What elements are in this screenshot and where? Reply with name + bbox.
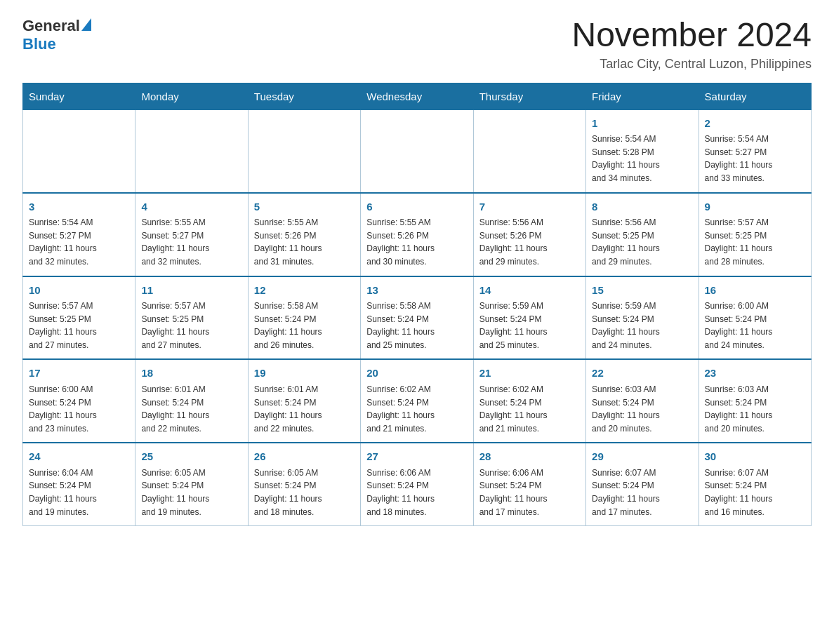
day-number: 9	[705, 199, 805, 215]
day-info: Sunrise: 5:59 AMSunset: 5:24 PMDaylight:…	[479, 300, 580, 351]
calendar-cell: 11Sunrise: 5:57 AMSunset: 5:25 PMDayligh…	[135, 276, 248, 360]
day-info: Sunrise: 6:05 AMSunset: 5:24 PMDaylight:…	[141, 467, 241, 518]
calendar-cell: 4Sunrise: 5:55 AMSunset: 5:27 PMDaylight…	[135, 193, 248, 276]
day-number: 7	[479, 199, 580, 215]
calendar-week-row: 10Sunrise: 5:57 AMSunset: 5:25 PMDayligh…	[23, 276, 812, 360]
calendar-cell: 27Sunrise: 6:06 AMSunset: 5:24 PMDayligh…	[361, 443, 473, 525]
logo: General Blue	[22, 17, 91, 53]
calendar-cell: 13Sunrise: 5:58 AMSunset: 5:24 PMDayligh…	[361, 276, 473, 360]
day-number: 12	[254, 283, 355, 299]
day-info: Sunrise: 6:00 AMSunset: 5:24 PMDaylight:…	[705, 300, 805, 351]
day-number: 18	[141, 365, 241, 382]
day-number: 11	[141, 283, 241, 299]
day-info: Sunrise: 6:07 AMSunset: 5:24 PMDaylight:…	[592, 467, 692, 518]
day-number: 13	[366, 283, 467, 299]
day-number: 24	[29, 449, 129, 465]
calendar-cell: 6Sunrise: 5:55 AMSunset: 5:26 PMDaylight…	[361, 193, 473, 276]
day-info: Sunrise: 5:56 AMSunset: 5:25 PMDaylight:…	[592, 216, 692, 268]
day-info: Sunrise: 5:54 AMSunset: 5:28 PMDaylight:…	[592, 133, 692, 185]
calendar-cell: 23Sunrise: 6:03 AMSunset: 5:24 PMDayligh…	[699, 359, 811, 443]
calendar-cell: 30Sunrise: 6:07 AMSunset: 5:24 PMDayligh…	[699, 443, 811, 525]
day-number: 14	[479, 283, 580, 299]
day-info: Sunrise: 6:01 AMSunset: 5:24 PMDaylight:…	[254, 383, 355, 435]
day-number: 27	[366, 449, 467, 465]
calendar-cell: 29Sunrise: 6:07 AMSunset: 5:24 PMDayligh…	[586, 443, 699, 525]
day-number: 8	[592, 199, 692, 215]
day-number: 4	[141, 199, 241, 215]
day-number: 19	[254, 365, 355, 382]
calendar-cell: 20Sunrise: 6:02 AMSunset: 5:24 PMDayligh…	[361, 359, 473, 443]
day-number: 22	[592, 365, 692, 382]
calendar-cell: 22Sunrise: 6:03 AMSunset: 5:24 PMDayligh…	[586, 359, 699, 443]
day-info: Sunrise: 5:54 AMSunset: 5:27 PMDaylight:…	[705, 133, 805, 185]
day-number: 17	[29, 365, 129, 382]
day-info: Sunrise: 5:57 AMSunset: 5:25 PMDaylight:…	[705, 216, 805, 268]
day-number: 15	[592, 283, 692, 299]
location-subtitle: Tarlac City, Central Luzon, Philippines	[571, 57, 812, 72]
calendar-week-row: 17Sunrise: 6:00 AMSunset: 5:24 PMDayligh…	[23, 359, 812, 443]
calendar-cell: 9Sunrise: 5:57 AMSunset: 5:25 PMDaylight…	[699, 193, 811, 276]
day-of-week-header: Wednesday	[361, 83, 473, 109]
day-number: 29	[592, 449, 692, 465]
day-number: 25	[141, 449, 241, 465]
calendar-cell: 18Sunrise: 6:01 AMSunset: 5:24 PMDayligh…	[135, 359, 248, 443]
day-info: Sunrise: 6:03 AMSunset: 5:24 PMDaylight:…	[592, 383, 692, 435]
day-of-week-header: Friday	[586, 83, 699, 109]
day-number: 6	[366, 199, 467, 215]
calendar-header-row: SundayMondayTuesdayWednesdayThursdayFrid…	[23, 83, 812, 109]
day-info: Sunrise: 6:02 AMSunset: 5:24 PMDaylight:…	[366, 383, 467, 435]
day-info: Sunrise: 5:57 AMSunset: 5:25 PMDaylight:…	[29, 300, 129, 351]
calendar-cell: 8Sunrise: 5:56 AMSunset: 5:25 PMDaylight…	[586, 193, 699, 276]
day-number: 30	[705, 449, 805, 465]
month-year-title: November 2024	[571, 17, 812, 54]
day-info: Sunrise: 6:02 AMSunset: 5:24 PMDaylight:…	[479, 383, 580, 435]
calendar-cell	[248, 109, 360, 192]
day-number: 1	[592, 116, 692, 132]
day-info: Sunrise: 5:58 AMSunset: 5:24 PMDaylight:…	[254, 300, 355, 351]
calendar-table: SundayMondayTuesdayWednesdayThursdayFrid…	[22, 83, 812, 526]
calendar-cell: 5Sunrise: 5:55 AMSunset: 5:26 PMDaylight…	[248, 193, 360, 276]
day-info: Sunrise: 6:03 AMSunset: 5:24 PMDaylight:…	[705, 383, 805, 435]
calendar-cell	[135, 109, 248, 192]
calendar-cell: 12Sunrise: 5:58 AMSunset: 5:24 PMDayligh…	[248, 276, 360, 360]
day-of-week-header: Sunday	[23, 83, 135, 109]
day-info: Sunrise: 6:01 AMSunset: 5:24 PMDaylight:…	[141, 383, 241, 435]
day-of-week-header: Monday	[135, 83, 248, 109]
day-info: Sunrise: 5:56 AMSunset: 5:26 PMDaylight:…	[479, 216, 580, 268]
calendar-cell: 14Sunrise: 5:59 AMSunset: 5:24 PMDayligh…	[473, 276, 585, 360]
day-number: 5	[254, 199, 355, 215]
day-info: Sunrise: 6:05 AMSunset: 5:24 PMDaylight:…	[254, 467, 355, 518]
calendar-week-row: 24Sunrise: 6:04 AMSunset: 5:24 PMDayligh…	[23, 443, 812, 525]
day-number: 21	[479, 365, 580, 382]
calendar-cell: 10Sunrise: 5:57 AMSunset: 5:25 PMDayligh…	[23, 276, 135, 360]
calendar-cell: 3Sunrise: 5:54 AMSunset: 5:27 PMDaylight…	[23, 193, 135, 276]
calendar-cell: 1Sunrise: 5:54 AMSunset: 5:28 PMDaylight…	[586, 109, 699, 192]
calendar-cell	[361, 109, 473, 192]
calendar-cell: 28Sunrise: 6:06 AMSunset: 5:24 PMDayligh…	[473, 443, 585, 525]
logo-general: General	[22, 17, 80, 35]
day-info: Sunrise: 5:55 AMSunset: 5:27 PMDaylight:…	[141, 216, 241, 268]
calendar-cell	[23, 109, 135, 192]
day-info: Sunrise: 5:59 AMSunset: 5:24 PMDaylight:…	[592, 300, 692, 351]
day-number: 2	[705, 116, 805, 132]
calendar-cell: 24Sunrise: 6:04 AMSunset: 5:24 PMDayligh…	[23, 443, 135, 525]
day-info: Sunrise: 5:57 AMSunset: 5:25 PMDaylight:…	[141, 300, 241, 351]
calendar-cell: 26Sunrise: 6:05 AMSunset: 5:24 PMDayligh…	[248, 443, 360, 525]
day-number: 26	[254, 449, 355, 465]
day-number: 10	[29, 283, 129, 299]
calendar-cell: 2Sunrise: 5:54 AMSunset: 5:27 PMDaylight…	[699, 109, 811, 192]
calendar-cell: 7Sunrise: 5:56 AMSunset: 5:26 PMDaylight…	[473, 193, 585, 276]
logo-blue: Blue	[22, 35, 56, 53]
day-number: 16	[705, 283, 805, 299]
logo-triangle-icon	[81, 18, 91, 31]
day-info: Sunrise: 6:06 AMSunset: 5:24 PMDaylight:…	[366, 467, 467, 518]
title-block: November 2024 Tarlac City, Central Luzon…	[571, 17, 812, 72]
day-of-week-header: Tuesday	[248, 83, 360, 109]
calendar-cell	[473, 109, 585, 192]
day-number: 20	[366, 365, 467, 382]
day-number: 3	[29, 199, 129, 215]
calendar-cell: 21Sunrise: 6:02 AMSunset: 5:24 PMDayligh…	[473, 359, 585, 443]
page-header: General Blue November 2024 Tarlac City, …	[22, 17, 812, 72]
day-info: Sunrise: 5:55 AMSunset: 5:26 PMDaylight:…	[366, 216, 467, 268]
day-info: Sunrise: 5:54 AMSunset: 5:27 PMDaylight:…	[29, 216, 129, 268]
